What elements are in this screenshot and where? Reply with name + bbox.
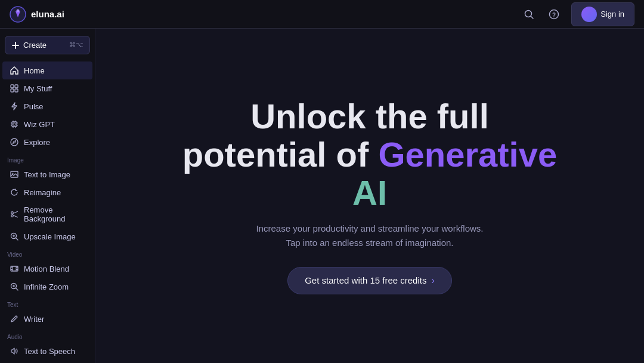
cta-label: Get started with 15 free credits bbox=[305, 275, 426, 285]
svg-line-28 bbox=[13, 216, 18, 218]
plus-icon bbox=[11, 41, 20, 50]
hero-subtitle-line2: Tap into an endless stream of imaginatio… bbox=[286, 238, 454, 248]
sidebar-item-wiz-gpt[interactable]: Wiz GPT bbox=[2, 115, 92, 133]
scissors-icon bbox=[10, 210, 19, 219]
sidebar-item-text-to-image[interactable]: Text to Image bbox=[2, 165, 92, 183]
create-shortcut: ⌘⌥ bbox=[69, 41, 83, 49]
help-button[interactable]: ? bbox=[546, 7, 562, 22]
svg-rect-11 bbox=[15, 89, 18, 92]
topbar: eluna.ai ? Sign in bbox=[0, 0, 644, 29]
svg-line-3 bbox=[531, 16, 534, 19]
logo-icon bbox=[10, 6, 26, 23]
film-icon bbox=[10, 264, 19, 273]
pen-icon bbox=[10, 314, 19, 324]
help-icon: ? bbox=[549, 9, 559, 20]
hero-title-line2: potential of Generative bbox=[182, 136, 557, 174]
hero-title-before: potential of bbox=[182, 135, 379, 174]
sidebar-item-upscale-image[interactable]: Upscale Image bbox=[2, 227, 92, 245]
main-layout: Create ⌘⌥ Home My Stuff bbox=[0, 29, 644, 363]
topbar-right: ? Sign in bbox=[521, 2, 634, 26]
hero-subtitle-line1: Increase your productivity and streamlin… bbox=[256, 223, 484, 233]
hero-title-ai: AI bbox=[182, 174, 557, 212]
text-section-label: Text bbox=[0, 296, 95, 310]
audio-section-label: Audio bbox=[0, 328, 95, 342]
user-avatar bbox=[581, 7, 597, 22]
logo: eluna.ai bbox=[10, 6, 64, 23]
svg-line-41 bbox=[16, 288, 18, 291]
search-icon bbox=[524, 9, 534, 20]
sidebar-item-my-stuff[interactable]: My Stuff bbox=[2, 79, 92, 97]
sidebar-item-remove-background[interactable]: Remove Background bbox=[2, 201, 92, 227]
svg-rect-23 bbox=[11, 171, 18, 177]
image-icon bbox=[10, 170, 19, 179]
svg-rect-10 bbox=[11, 89, 14, 92]
hero-title-line1: Unlock the full bbox=[182, 97, 557, 136]
refresh-icon bbox=[10, 187, 19, 197]
grid-icon bbox=[10, 84, 19, 93]
logo-text: eluna.ai bbox=[31, 9, 64, 19]
sidebar: Create ⌘⌥ Home My Stuff bbox=[0, 29, 95, 363]
hero-section: Unlock the full potential of Generative … bbox=[171, 85, 569, 306]
sidebar-item-text-to-speech[interactable]: Text to Speech bbox=[2, 342, 92, 360]
svg-point-24 bbox=[13, 173, 14, 174]
hero-title: Unlock the full potential of Generative … bbox=[182, 97, 557, 211]
svg-point-25 bbox=[11, 212, 14, 214]
video-section-label: Video bbox=[0, 245, 95, 260]
sidebar-item-writer[interactable]: Writer bbox=[2, 310, 92, 328]
svg-line-27 bbox=[13, 211, 18, 214]
sidebar-item-home[interactable]: Home bbox=[2, 61, 92, 79]
svg-point-22 bbox=[11, 139, 18, 146]
svg-rect-8 bbox=[11, 85, 14, 88]
zoom-icon bbox=[10, 232, 19, 241]
svg-point-1 bbox=[17, 9, 20, 12]
svg-rect-33 bbox=[11, 266, 18, 271]
home-icon bbox=[10, 66, 19, 75]
svg-line-30 bbox=[16, 238, 18, 241]
compass-icon bbox=[10, 137, 19, 147]
cta-arrow-icon: › bbox=[431, 275, 434, 286]
sidebar-item-motion-blend[interactable]: Motion Blend bbox=[2, 260, 92, 278]
sidebar-item-explore[interactable]: Explore bbox=[2, 133, 92, 151]
svg-rect-13 bbox=[13, 123, 16, 125]
sign-in-button[interactable]: Sign in bbox=[571, 2, 634, 26]
bolt-icon bbox=[10, 101, 19, 111]
create-button[interactable]: Create ⌘⌥ bbox=[5, 36, 90, 54]
create-label: Create bbox=[23, 41, 47, 50]
cpu-icon bbox=[10, 119, 19, 129]
sidebar-item-reimagine[interactable]: Reimagine bbox=[2, 183, 92, 201]
image-section-label: Image bbox=[0, 151, 95, 165]
svg-text:?: ? bbox=[552, 11, 556, 18]
sidebar-item-pulse[interactable]: Pulse bbox=[2, 97, 92, 115]
svg-rect-9 bbox=[15, 85, 18, 88]
svg-point-26 bbox=[11, 215, 14, 217]
hero-title-highlight: Generative bbox=[378, 135, 557, 174]
svg-rect-12 bbox=[12, 122, 17, 127]
search-button[interactable] bbox=[521, 7, 537, 22]
sidebar-item-infinite-zoom[interactable]: Infinite Zoom bbox=[2, 278, 92, 296]
main-content: Unlock the full potential of Generative … bbox=[95, 29, 644, 363]
svg-point-2 bbox=[525, 10, 532, 17]
cta-button[interactable]: Get started with 15 free credits › bbox=[287, 267, 452, 294]
speaker-icon bbox=[10, 346, 19, 356]
hero-subtitle: Increase your productivity and streamlin… bbox=[182, 222, 557, 250]
zoom-in-icon bbox=[10, 282, 19, 291]
